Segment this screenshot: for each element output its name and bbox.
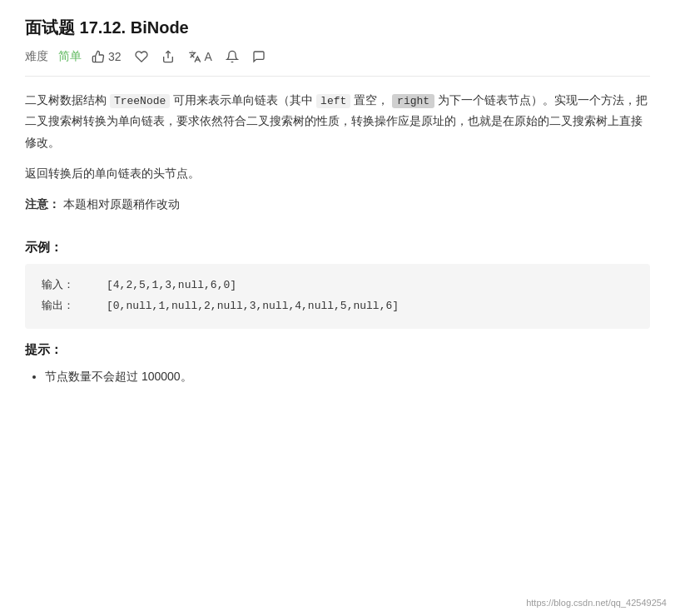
example-title: 示例： xyxy=(25,240,650,256)
hint-item-1: 节点数量不会超过 100000。 xyxy=(45,366,650,387)
example-output-line: 输出： [0,null,1,null,2,null,3,null,4,null,… xyxy=(42,296,633,317)
example-box: 输入： [4,2,5,1,3,null,6,0] 输出： [0,null,1,n… xyxy=(25,264,650,328)
like-count: 32 xyxy=(108,50,122,63)
bell-icon xyxy=(226,50,239,63)
example-output-label: 输出： xyxy=(42,300,74,312)
action-icons: 32 A xyxy=(92,50,266,63)
hint-list: 节点数量不会超过 100000。 xyxy=(25,366,650,387)
difficulty-row: 难度 简单 32 xyxy=(25,49,650,77)
translate-button[interactable]: A xyxy=(188,50,212,63)
translate-label: A xyxy=(205,50,212,63)
example-output-value: [0,null,1,null,2,null,3,null,4,null,5,nu… xyxy=(107,300,399,312)
translate-icon xyxy=(188,50,201,63)
page-title: 面试题 17.12. BiNode xyxy=(25,17,650,39)
code-left: left xyxy=(316,94,350,108)
example-input-label: 输入： xyxy=(42,279,74,291)
code-treenode: TreeNode xyxy=(110,94,170,108)
message-icon xyxy=(252,50,266,63)
notification-button[interactable] xyxy=(226,50,239,63)
hint-title: 提示： xyxy=(25,342,650,358)
favorite-button[interactable] xyxy=(135,50,148,63)
example-input-value: [4,2,5,1,3,null,6,0] xyxy=(107,279,236,291)
desc-p1-before: 二叉树数据结构 xyxy=(25,93,110,107)
difficulty-value: 简单 xyxy=(58,49,82,64)
description-paragraph-2: 返回转换后的单向链表的头节点。 xyxy=(25,163,650,184)
desc-p1-middle: 可用来表示单向链表（其中 xyxy=(170,93,316,107)
example-input-line: 输入： [4,2,5,1,3,null,6,0] xyxy=(42,276,633,296)
desc-p1-after1: 置空， xyxy=(350,93,389,107)
note-rest: 本题相对原题稍作改动 xyxy=(60,197,180,211)
note-bold: 注意： xyxy=(25,197,60,211)
description-paragraph-3: 注意： 本题相对原题稍作改动 xyxy=(25,194,650,215)
difficulty-label: 难度 xyxy=(25,49,48,64)
thumbs-up-icon xyxy=(92,50,105,63)
code-right: right xyxy=(392,94,434,108)
like-button[interactable]: 32 xyxy=(92,50,122,63)
problem-description: 二叉树数据结构 TreeNode 可用来表示单向链表（其中 left 置空， r… xyxy=(25,90,650,215)
description-paragraph-1: 二叉树数据结构 TreeNode 可用来表示单向链表（其中 left 置空， r… xyxy=(25,90,650,153)
watermark: https://blog.csdn.net/qq_42549254 xyxy=(526,598,667,608)
heart-icon xyxy=(135,50,148,63)
hint-section: 提示： 节点数量不会超过 100000。 xyxy=(25,342,650,387)
share-button[interactable] xyxy=(161,50,175,63)
share-icon xyxy=(161,50,175,63)
feedback-button[interactable] xyxy=(252,50,266,63)
